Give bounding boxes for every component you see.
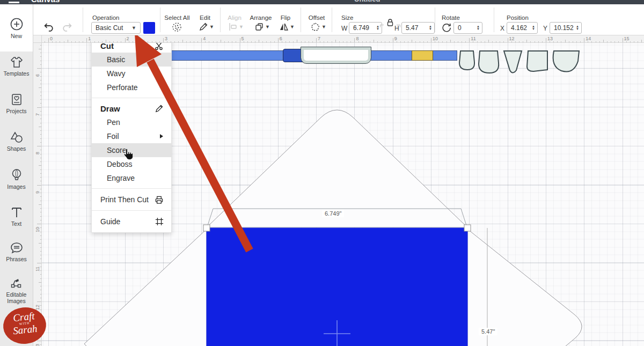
- h-ruler-number: 11: [471, 36, 475, 41]
- undo-icon: [43, 22, 54, 32]
- chevron-right-icon: [159, 134, 164, 139]
- chevron-down-icon: ▼: [290, 24, 295, 30]
- sidebar-item-images[interactable]: Images: [0, 168, 33, 203]
- v-ruler-number: 13: [35, 342, 40, 346]
- position-y-stepper[interactable]: ▲▼: [574, 25, 581, 31]
- sidebar-item-shapes[interactable]: Shapes: [0, 131, 33, 165]
- menu-item-draw[interactable]: Draw: [92, 101, 171, 115]
- h-ruler-number: 5: [241, 36, 244, 41]
- menu-item-wavy[interactable]: Wavy: [92, 67, 171, 80]
- position-x-input[interactable]: 4.162 ▲▼: [507, 22, 538, 34]
- v-ruler-number: 7: [35, 108, 40, 116]
- align-icon: [228, 22, 238, 32]
- printer-icon: [155, 195, 164, 204]
- project-card-icon: [11, 93, 23, 106]
- v-ruler-number: 12: [35, 303, 40, 310]
- editable-vector-icon: [10, 277, 24, 290]
- sidebar-label-editable: Editable: [0, 291, 33, 298]
- width-dimension-label: 6.749": [322, 210, 344, 217]
- rotate-button[interactable]: [442, 23, 451, 32]
- foil-label: Foil: [107, 132, 119, 141]
- rotate-label: Rotate: [442, 14, 460, 21]
- height-value: 5.47: [406, 24, 418, 32]
- undo-button[interactable]: [43, 22, 54, 32]
- sidebar-item-projects[interactable]: Projects: [0, 93, 33, 128]
- menu-item-print-then-cut[interactable]: Print Then Cut: [92, 192, 171, 207]
- arrange-label: Arrange: [250, 14, 272, 21]
- arrange-button[interactable]: ▼: [254, 22, 270, 32]
- h-ruler-number: 14: [586, 36, 591, 41]
- h-ruler-number: 13: [547, 36, 553, 41]
- offset-button[interactable]: ▼: [310, 22, 326, 32]
- pen-label: Pen: [107, 118, 120, 127]
- sidebar-item-phrases[interactable]: Phrases: [0, 241, 33, 276]
- hamburger-icon[interactable]: [9, 0, 19, 3]
- chevron-down-icon: ▼: [265, 24, 270, 30]
- sidebar-label-images: Images: [0, 183, 33, 190]
- lock-icon[interactable]: [386, 18, 394, 27]
- guide-frame-icon: [155, 217, 164, 226]
- ruler-corner: [33, 35, 42, 43]
- flip-icon: [279, 22, 289, 32]
- guide-label: Guide: [100, 217, 120, 226]
- menu-item-basic[interactable]: Basic: [92, 53, 171, 67]
- v-ruler-number: 11: [35, 264, 40, 271]
- menu-item-engrave[interactable]: Engrave: [92, 171, 171, 185]
- vertical-ruler: 678910111213: [33, 43, 42, 346]
- menu-item-pen[interactable]: Pen: [92, 115, 171, 129]
- height-dimension-label: 5.47": [479, 328, 497, 335]
- pen-icon: [155, 104, 164, 113]
- v-ruler-number: 8: [35, 147, 40, 154]
- flip-button[interactable]: ▼: [279, 22, 295, 32]
- flip-label: Flip: [281, 14, 291, 21]
- edit-button[interactable]: ▼: [199, 22, 214, 32]
- h-ruler-number: 3: [165, 36, 167, 41]
- position-label: Position: [507, 14, 529, 21]
- plus-circle-icon: [10, 17, 24, 31]
- size-label: Size: [341, 14, 353, 21]
- app-window: Canvas Untitled 0123456789101112131415 6…: [0, 0, 644, 346]
- perforate-label: Perforate: [107, 83, 138, 92]
- horizontal-ruler: 0123456789101112131415: [42, 35, 644, 43]
- sidebar-item-templates[interactable]: Templates: [0, 56, 33, 90]
- h-ruler-number: 6: [280, 36, 282, 41]
- width-value: 6.749: [353, 24, 369, 32]
- color-swatch[interactable]: [143, 22, 155, 34]
- rotate-icon: [442, 23, 451, 32]
- align-label: Align: [228, 14, 241, 21]
- h-ruler-number: 9: [394, 36, 397, 41]
- operation-value: Basic Cut: [96, 24, 123, 32]
- hand-cursor-icon: [122, 148, 134, 161]
- menu-item-guide[interactable]: Guide: [92, 214, 171, 229]
- draw-header-label: Draw: [100, 104, 120, 113]
- banner-white-plaque[interactable]: [301, 47, 371, 63]
- rotate-input[interactable]: 0 ▲▼: [453, 22, 482, 34]
- select-all-button[interactable]: [172, 22, 182, 32]
- height-input[interactable]: 5.47 ▲▼: [401, 22, 435, 34]
- edit-label: Edit: [200, 14, 210, 21]
- offset-label: Offset: [309, 14, 325, 21]
- redo-button[interactable]: [62, 22, 73, 32]
- sidebar-label-templates: Templates: [0, 70, 33, 77]
- sidebar-item-text[interactable]: Text: [0, 206, 33, 238]
- position-y-input[interactable]: 10.152 ▲▼: [550, 22, 582, 34]
- sidebar-item-new[interactable]: New: [0, 4, 33, 51]
- rotate-value: 0: [458, 24, 462, 32]
- speech-bubble-icon: [10, 241, 24, 254]
- deboss-label: Deboss: [107, 160, 132, 168]
- pencil-icon: [199, 22, 208, 32]
- redo-icon: [62, 22, 73, 32]
- menu-item-perforate[interactable]: Perforate: [92, 80, 171, 94]
- height-stepper[interactable]: ▲▼: [427, 25, 434, 31]
- menu-item-foil[interactable]: Foil: [92, 129, 171, 143]
- position-x-stepper[interactable]: ▲▼: [530, 25, 537, 31]
- operation-dropdown[interactable]: Basic Cut ▼: [91, 22, 141, 34]
- v-ruler-number: 6: [35, 69, 40, 77]
- sidebar-label-shapes: Shapes: [0, 145, 33, 152]
- sidebar-label-new: New: [0, 33, 33, 39]
- chevron-down-icon: ▼: [131, 25, 136, 31]
- wavy-label: Wavy: [107, 69, 125, 78]
- h-ruler-number: 12: [509, 36, 515, 41]
- rotate-stepper[interactable]: ▲▼: [474, 25, 482, 31]
- width-input[interactable]: 6.749 ▲▼: [349, 22, 382, 34]
